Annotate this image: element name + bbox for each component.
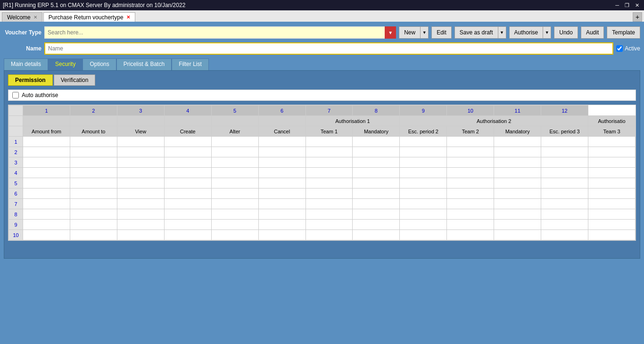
cell-r5-c6[interactable] [258,178,305,188]
cell-r7-c8[interactable] [353,199,400,209]
cell-r1-c11[interactable] [494,137,541,147]
audit-button[interactable]: Audit [581,26,604,39]
cell-r2-c5[interactable] [211,147,258,157]
cell-r9-c13[interactable] [588,220,636,230]
close-welcome-tab[interactable]: ✕ [33,15,37,20]
cell-r3-c4[interactable] [164,157,211,168]
cell-r8-c9[interactable] [400,209,447,220]
cell-r9-c3[interactable] [117,220,164,230]
cell-r3-c13[interactable] [588,157,636,168]
cell-r9-c4[interactable] [164,220,211,230]
col-num-7[interactable]: 7 [305,106,353,116]
cell-r2-c4[interactable] [164,147,211,157]
col-num-6[interactable]: 6 [258,106,305,116]
cell-r6-c9[interactable] [400,188,447,199]
cell-r9-c10[interactable] [447,220,494,230]
tab-options[interactable]: Options [83,58,116,70]
cell-r7-c3[interactable] [117,199,164,209]
cell-r4-c6[interactable] [258,168,305,178]
cell-r8-c6[interactable] [258,209,305,220]
col-num-1[interactable]: 1 [23,106,70,116]
cell-r1-c1[interactable] [23,137,70,147]
cell-r10-c12[interactable] [541,230,588,240]
cell-r2-c9[interactable] [400,147,447,157]
cell-r2-c3[interactable] [117,147,164,157]
col-num-11[interactable]: 11 [494,106,541,116]
undo-button[interactable]: Undo [554,26,578,39]
cell-r4-c5[interactable] [211,168,258,178]
cell-r8-c13[interactable] [588,209,636,220]
name-input[interactable] [44,42,613,55]
cell-r10-c6[interactable] [258,230,305,240]
cell-r4-c4[interactable] [164,168,211,178]
cell-r5-c5[interactable] [211,178,258,188]
search-dropdown-button[interactable] [385,26,396,39]
cell-r7-c4[interactable] [164,199,211,209]
cell-r2-c7[interactable] [305,147,353,157]
cell-r8-c10[interactable] [447,209,494,220]
cell-r5-c3[interactable] [117,178,164,188]
cell-r1-c3[interactable] [117,137,164,147]
auto-authorise-checkbox[interactable] [12,92,19,98]
cell-r5-c11[interactable] [494,178,541,188]
col-num-4[interactable]: 4 [164,106,211,116]
cell-r9-c7[interactable] [305,220,353,230]
cell-r10-c10[interactable] [447,230,494,240]
cell-r4-c8[interactable] [353,168,400,178]
cell-r9-c9[interactable] [400,220,447,230]
cell-r6-c5[interactable] [211,188,258,199]
cell-r2-c1[interactable] [23,147,70,157]
subtab-permission[interactable]: Permission [8,74,53,86]
col-num-8[interactable]: 8 [353,106,400,116]
col-num-10[interactable]: 10 [447,106,494,116]
cell-r9-c6[interactable] [258,220,305,230]
cell-r7-c7[interactable] [305,199,353,209]
edit-button[interactable]: Edit [431,26,452,39]
cell-r5-c10[interactable] [447,178,494,188]
cell-r2-c10[interactable] [447,147,494,157]
cell-r9-c8[interactable] [353,220,400,230]
cell-r1-c5[interactable] [211,137,258,147]
cell-r8-c4[interactable] [164,209,211,220]
cell-r5-c4[interactable] [164,178,211,188]
cell-r3-c3[interactable] [117,157,164,168]
cell-r6-c11[interactable] [494,188,541,199]
cell-r10-c9[interactable] [400,230,447,240]
new-tab-button[interactable]: + [633,12,642,22]
cell-r1-c6[interactable] [258,137,305,147]
cell-r10-c1[interactable] [23,230,70,240]
cell-r6-c13[interactable] [588,188,636,199]
cell-r3-c9[interactable] [400,157,447,168]
cell-r6-c2[interactable] [70,188,117,199]
tab-purchase-return[interactable]: Purchase Return vouchertype ✕ [43,12,135,22]
cell-r6-c1[interactable] [23,188,70,199]
cell-r6-c10[interactable] [447,188,494,199]
cell-r3-c1[interactable] [23,157,70,168]
cell-r9-c12[interactable] [541,220,588,230]
cell-r3-c11[interactable] [494,157,541,168]
cell-r5-c1[interactable] [23,178,70,188]
cell-r5-c7[interactable] [305,178,353,188]
cell-r6-c7[interactable] [305,188,353,199]
cell-r10-c3[interactable] [117,230,164,240]
cell-r1-c8[interactable] [353,137,400,147]
cell-r7-c13[interactable] [588,199,636,209]
cell-r10-c13[interactable] [588,230,636,240]
cell-r6-c8[interactable] [353,188,400,199]
search-input[interactable] [44,26,396,39]
restore-button[interactable]: ❐ [623,2,631,9]
cell-r5-c12[interactable] [541,178,588,188]
new-button[interactable]: New [399,26,420,39]
cell-r2-c2[interactable] [70,147,117,157]
cell-r10-c7[interactable] [305,230,353,240]
cell-r1-c10[interactable] [447,137,494,147]
cell-r1-c12[interactable] [541,137,588,147]
cell-r8-c12[interactable] [541,209,588,220]
cell-r4-c13[interactable] [588,168,636,178]
new-arrow-button[interactable]: ▼ [420,26,429,39]
tab-main-details[interactable]: Main details [4,58,48,70]
cell-r6-c3[interactable] [117,188,164,199]
cell-r3-c8[interactable] [353,157,400,168]
cell-r7-c9[interactable] [400,199,447,209]
tab-filter-list[interactable]: Filter List [172,58,209,70]
